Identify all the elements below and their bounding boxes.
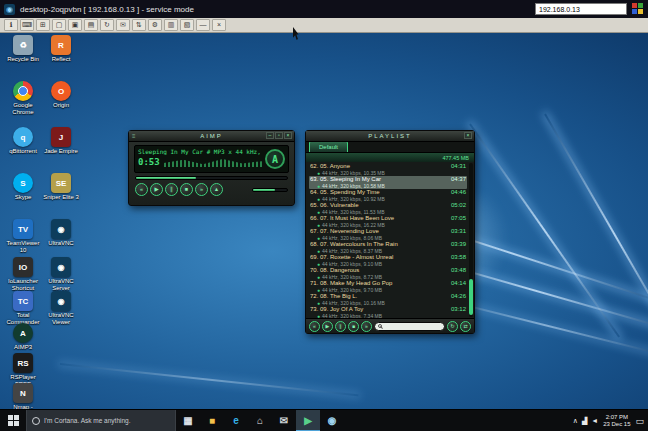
pl-shuffle-button[interactable]: ⇄ [460, 321, 471, 332]
play-button[interactable]: ▶ [150, 183, 163, 196]
playlist-scrollbar[interactable] [469, 163, 473, 317]
wallpaper-beam [544, 114, 648, 357]
track-title: 68. 07. Watercolours In The Rain [310, 241, 448, 248]
pl-pause-button[interactable]: ∥ [335, 321, 346, 332]
player-titlebar[interactable]: ≡ AIMP –▫× [129, 131, 294, 142]
open-button[interactable]: ▲ [210, 183, 223, 196]
desktop-icon-sniper-elite-3[interactable]: SE Sniper Elite 3 [43, 173, 79, 201]
player-menu-icon[interactable]: ≡ [132, 133, 138, 139]
playlist-track[interactable]: 62. 05. Anyone 04:31 ● 44 kHz, 320 kbps,… [309, 163, 467, 176]
close-button[interactable]: × [212, 19, 226, 31]
desktop-icon-aimp3[interactable]: A AIMP3 [5, 323, 41, 351]
lock-button[interactable]: ▧ [180, 19, 194, 31]
playlist-track[interactable]: 69. 07. Roxette - Almost Unreal 03:58 ● … [309, 254, 467, 267]
desktop-icon-label: UltraVNC Viewer [43, 312, 79, 326]
seek-slider[interactable] [135, 176, 288, 180]
notification-center-icon[interactable]: ▭ [635, 416, 644, 426]
scrollbar-thumb[interactable] [469, 279, 473, 315]
info-button[interactable]: ℹ [4, 19, 18, 31]
desktop-icon-iolauncher-shortcut[interactable]: IO IoLauncher Shortcut [5, 257, 41, 292]
pause-button[interactable]: ∥ [165, 183, 178, 196]
stop-button[interactable]: ■ [180, 183, 193, 196]
chat-button[interactable]: ✉ [116, 19, 130, 31]
prev-button[interactable]: « [135, 183, 148, 196]
desktop-icon-recycle-bin[interactable]: ♻ Recycle Bin [5, 35, 41, 63]
options-button[interactable]: ⚙ [148, 19, 162, 31]
pl-repeat-button[interactable]: ↻ [447, 321, 458, 332]
desktop-icon-label: Sniper Elite 3 [43, 194, 79, 201]
taskbar-edge[interactable]: e [224, 410, 248, 431]
player-close-button[interactable]: × [284, 132, 292, 139]
desktop-icon-total-commander[interactable]: TC Total Commander [5, 291, 41, 326]
playlist-track[interactable]: 72. 08. The Big L. 04:26 ● 44 kHz, 320 k… [309, 293, 467, 306]
fullscreen-button[interactable]: ▣ [68, 19, 82, 31]
player-shade-button[interactable]: ▫ [275, 132, 283, 139]
desktop-icon-skype[interactable]: S Skype [5, 173, 41, 201]
taskbar-store[interactable]: ⌂ [248, 410, 272, 431]
taskbar-mail[interactable]: ✉ [272, 410, 296, 431]
desktop-icon-origin[interactable]: O Origin [43, 81, 79, 109]
taskbar-file-explorer[interactable]: ■ [200, 410, 224, 431]
start-button[interactable] [0, 410, 26, 431]
taskbar-clock[interactable]: 2:07 PM 23 Dec 15 [603, 414, 630, 428]
desktop-icon-ultravnc[interactable]: ◉ UltraVNC [43, 219, 79, 247]
desktop-icon-jade-empire[interactable]: J Jade Empire [43, 127, 79, 155]
playlist-close-button[interactable]: × [464, 132, 472, 139]
playlist-tab-bar: Default [306, 142, 474, 153]
player-minimize-button[interactable]: – [266, 132, 274, 139]
desktop-icon-nmap-zenmap-gui[interactable]: N Nmap - Zenmap GUI [5, 383, 41, 409]
next-button[interactable]: » [195, 183, 208, 196]
desktop-icon-qbittorrent[interactable]: q qBittorrent [5, 127, 41, 155]
desktop-icon-image: ◉ [51, 219, 71, 239]
desktop-icon-google-chrome[interactable]: Google Chrome [5, 81, 41, 116]
pl-stop-button[interactable]: ■ [348, 321, 359, 332]
volume-slider[interactable] [252, 188, 288, 192]
network-icon[interactable]: ▟ [582, 417, 587, 425]
aimp-logo-icon: A [265, 149, 285, 169]
track-title: 63. 05. Sleeping In My Car [310, 176, 448, 183]
playlist-track[interactable]: 65. 06. Vulnerable 05:02 ● 44 kHz, 320 k… [309, 202, 467, 215]
desktop-icon-image: TC [13, 291, 33, 311]
playlist-titlebar[interactable]: PLAYLIST × [306, 131, 474, 142]
desktop-icon-label: Skype [5, 194, 41, 201]
taskbar-task-view[interactable]: ▦ [176, 410, 200, 431]
playlist-track[interactable]: 63. 05. Sleeping In My Car 04:37 ● 44 kH… [309, 176, 467, 189]
playlist-track[interactable]: 73. 09. Joy Of A Toy 03:12 ● 44 kHz, 320… [309, 306, 467, 318]
track-title: 65. 06. Vulnerable [310, 202, 448, 209]
taskbar-aimp[interactable]: ▶ [296, 410, 320, 431]
taskbar-app-icon: ◉ [328, 415, 337, 426]
toolbar-button-icon: ⚙ [152, 21, 158, 28]
playlist-track[interactable]: 70. 08. Dangerous 03:48 ● 44 kHz, 320 kb… [309, 267, 467, 280]
pl-prev-button[interactable]: « [309, 321, 320, 332]
playlist-track[interactable]: 67. 07. Neverending Love 03:31 ● 44 kHz,… [309, 228, 467, 241]
desktop-icon-teamviewer-10[interactable]: TV TeamViewer 10 [5, 219, 41, 254]
desktop-icon-label: Google Chrome [5, 102, 41, 116]
desktop-icon-ultravnc-server[interactable]: ◉ UltraVNC Server [43, 257, 79, 292]
volume-icon[interactable]: ◄ [591, 417, 598, 424]
address-input[interactable] [535, 3, 627, 15]
screenshot-button[interactable]: ▤ [84, 19, 98, 31]
playlist-search-input[interactable] [374, 322, 445, 331]
playlist-track[interactable]: 68. 07. Watercolours In The Rain 03:39 ●… [309, 241, 467, 254]
cortana-search-box[interactable]: I'm Cortana. Ask me anything. [26, 410, 176, 431]
window-mode-button[interactable]: ▢ [52, 19, 66, 31]
ctrl-alt-del-button[interactable]: ⌨ [20, 19, 34, 31]
file-transfer-button[interactable]: ⇅ [132, 19, 146, 31]
taskbar-vnc[interactable]: ◉ [320, 410, 344, 431]
playlist-tab-default[interactable]: Default [309, 141, 348, 152]
start-menu-button[interactable]: ⊞ [36, 19, 50, 31]
tray-expand-icon[interactable]: ∧ [573, 417, 578, 425]
playlist-track[interactable]: 66. 07. It Must Have Been Love 07:05 ● 4… [309, 215, 467, 228]
input-toggle-button[interactable]: ▥ [164, 19, 178, 31]
refresh-button[interactable]: ↻ [100, 19, 114, 31]
hide-toolbar-button[interactable]: ― [196, 19, 210, 31]
player-display: Sleeping In My Car # MP3 x 44 kHz, 320 k… [134, 145, 289, 173]
playlist-total-size: 477.45 MB [442, 155, 469, 161]
playlist-track[interactable]: 64. 05. Spending My Time 04:46 ● 44 kHz,… [309, 189, 467, 202]
player-title: AIMP [200, 133, 223, 139]
pl-play-button[interactable]: ▶ [322, 321, 333, 332]
desktop-icon-reflect[interactable]: R Reflect [43, 35, 79, 63]
desktop-icon-ultravnc-viewer[interactable]: ◉ UltraVNC Viewer [43, 291, 79, 326]
playlist-track[interactable]: 71. 08. Make My Head Go Pop 04:14 ● 44 k… [309, 280, 467, 293]
pl-next-button[interactable]: » [361, 321, 372, 332]
